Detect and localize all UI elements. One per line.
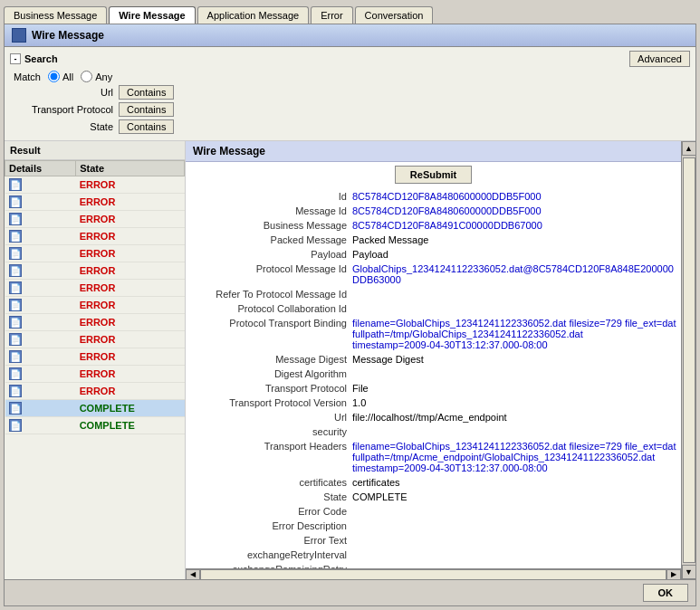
scroll-down-arrow[interactable]: ▼ [682,565,696,579]
main-container: Wire Message - Search Advanced Match All [4,24,696,606]
detail-cell: 📄 [5,297,76,314]
state-contains-button[interactable]: Contains [119,119,174,134]
detail-icon: 📄 [9,367,22,380]
table-row[interactable]: 📄ERROR [5,194,185,211]
detail-cell: 📄 [5,280,76,297]
wire-message-body[interactable]: ReSubmit Id8C5784CD120F8A8480600000DDB5F… [186,162,681,568]
detail-cell: 📄 [5,348,76,366]
table-row[interactable]: 📄ERROR [5,211,185,228]
table-row[interactable]: 📄ERROR [5,383,185,400]
detail-icon: 📄 [9,230,22,243]
ok-button[interactable]: OK [643,584,689,602]
match-all-option[interactable]: All [48,71,73,82]
scroll-up-arrow[interactable]: ▲ [682,141,696,156]
detail-icon: 📄 [9,333,22,346]
tab-error[interactable]: Error [311,6,352,24]
table-row[interactable]: 📄ERROR [5,245,185,262]
field-value: Packed Message [352,233,677,247]
advanced-button[interactable]: Advanced [629,51,690,67]
match-any-radio[interactable] [81,71,92,82]
detail-cell: 📄 [5,245,76,262]
detail-icon: 📄 [9,316,22,329]
detail-cell: 📄 [5,331,76,348]
table-row[interactable]: 📄ERROR [5,348,185,366]
detail-cell: 📄 [5,314,76,331]
detail-cell: 📄 [5,400,76,417]
field-value: file://localhost//tmp/Acme_endpoint [352,410,677,424]
state-cell: ERROR [76,176,185,194]
field-value[interactable]: 8C5784CD120F8A8480600000DDB5F000 [352,204,677,218]
field-label: Payload [189,247,352,262]
detail-row: Message Id8C5784CD120F8A8480600000DDB5F0… [189,204,677,218]
detail-cell: 📄 [5,211,76,228]
table-row[interactable]: 📄ERROR [5,297,185,314]
table-row[interactable]: 📄ERROR [5,280,185,297]
state-label: State [10,121,119,132]
content-area: - Search Advanced Match All Any Url Cont… [5,47,695,579]
field-value[interactable]: 8C5784CD120F8A8491C00000DDB67000 [352,218,677,233]
h-scrollbar-track[interactable] [200,569,666,580]
detail-row: Refer To Protocol Message Id [189,287,677,301]
scroll-left-arrow[interactable]: ◀ [186,569,200,580]
field-label: Transport Protocol [189,381,352,396]
field-value[interactable]: 8C5784CD120F8A8480600000DDB5F000 [352,189,677,204]
field-value [352,548,677,562]
transport-protocol-label: Transport Protocol [10,104,119,115]
field-value [352,562,677,568]
detail-row: Id8C5784CD120F8A8480600000DDB5F000 [189,189,677,204]
table-row[interactable]: 📄COMPLETE [5,417,185,434]
table-row[interactable]: 📄COMPLETE [5,400,185,417]
field-label: Transport Protocol Version [189,396,352,410]
resubmit-button[interactable]: ReSubmit [395,166,472,184]
table-row[interactable]: 📄ERROR [5,314,185,331]
right-panel: Wire Message ReSubmit Id8C5784CD120F8A84… [186,141,695,579]
vertical-scrollbar[interactable]: ▲ ▼ [681,141,695,579]
detail-cell: 📄 [5,194,76,211]
tab-wire-message[interactable]: Wire Message [109,6,195,24]
field-value[interactable]: filename=GlobalChips_12341241122336052.d… [352,316,677,352]
detail-row: Business Message8C5784CD120F8A8491C00000… [189,218,677,233]
transport-protocol-contains-button[interactable]: Contains [119,102,174,117]
field-label: Id [189,189,352,204]
v-scroll-track[interactable] [683,157,695,563]
match-any-option[interactable]: Any [81,71,112,82]
detail-cell: 📄 [5,417,76,434]
match-all-radio[interactable] [48,71,60,82]
state-cell: ERROR [76,314,185,331]
state-cell: ERROR [76,297,185,314]
table-row[interactable]: 📄ERROR [5,331,185,348]
field-value: certificates [352,475,677,490]
search-toggle[interactable]: - Search [10,53,58,64]
result-table: Details State 📄ERROR📄ERROR📄ERROR📄ERROR📄E… [5,160,185,434]
detail-row: Packed MessagePacked Message [189,233,677,247]
table-row[interactable]: 📄ERROR [5,262,185,280]
collapse-icon[interactable]: - [10,53,21,64]
detail-row: PayloadPayload [189,247,677,262]
field-value [352,533,677,548]
detail-cell: 📄 [5,383,76,400]
table-row[interactable]: 📄ERROR [5,176,185,194]
tab-business-message[interactable]: Business Message [4,6,107,24]
detail-row: Message DigestMessage Digest [189,352,677,367]
detail-icon: 📄 [9,264,22,277]
field-value[interactable]: GlobalChips_12341241122336052.dat@8C5784… [352,262,677,287]
tab-application-message[interactable]: Application Message [197,6,310,24]
url-label: Url [10,87,119,98]
detail-row: Transport ProtocolFile [189,381,677,396]
state-cell: ERROR [76,383,185,400]
tab-conversation[interactable]: Conversation [355,6,434,24]
field-label: certificates [189,475,352,490]
field-label: security [189,424,352,439]
field-label: Message Digest [189,352,352,367]
table-row[interactable]: 📄ERROR [5,228,185,245]
field-label: State [189,490,352,504]
table-row[interactable]: 📄ERROR [5,366,185,383]
field-value: 1.0 [352,396,677,410]
detail-icon: 📄 [9,195,22,208]
state-cell: ERROR [76,348,185,366]
scroll-right-arrow[interactable]: ▶ [666,569,681,580]
field-value[interactable]: filename=GlobalChips_12341241122336052.d… [352,439,677,475]
url-contains-button[interactable]: Contains [119,85,174,100]
horizontal-scrollbar[interactable]: ◀ ▶ [186,568,681,579]
detail-row: Urlfile://localhost//tmp/Acme_endpoint [189,410,677,424]
